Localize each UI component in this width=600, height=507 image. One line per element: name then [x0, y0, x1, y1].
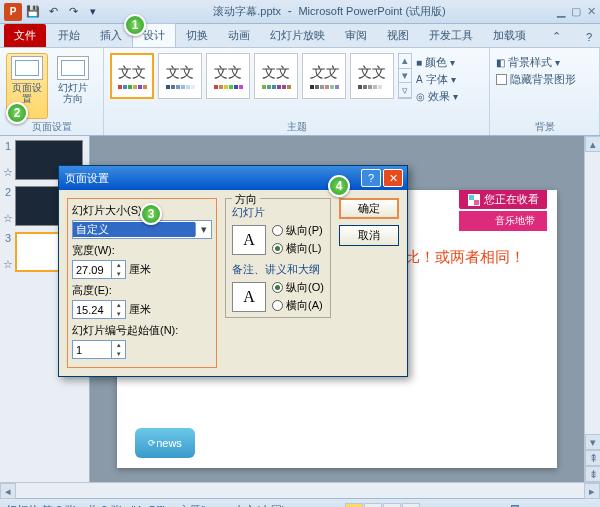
undo-icon[interactable]: ↶: [44, 3, 62, 21]
status-language[interactable]: 中文(中国): [234, 503, 285, 507]
theme-text: 文文: [166, 64, 194, 82]
sorter-view-icon[interactable]: [364, 503, 382, 508]
slides-sublabel: 幻灯片: [232, 205, 324, 220]
badge-top: 您正在收看: [459, 190, 547, 209]
height-spinner[interactable]: 15.24▴▾: [72, 300, 126, 319]
prev-slide-icon[interactable]: ⇞: [585, 450, 600, 466]
width-spinner[interactable]: 27.09▴▾: [72, 260, 126, 279]
tab-animations[interactable]: 动画: [218, 24, 260, 47]
theme-text: 文文: [262, 64, 290, 82]
height-value: 15.24: [73, 304, 111, 316]
window-title: 滚动字幕.pptx - Microsoft PowerPoint (试用版): [102, 4, 557, 19]
start-number-spinner[interactable]: 1▴▾: [72, 340, 126, 359]
spin-up-icon[interactable]: ▴: [112, 341, 125, 350]
dialog-size-section: 幻灯片大小(S): 自定义 ▾ 宽度(W): 27.09▴▾ 厘米 高度(E):…: [67, 198, 217, 368]
minimize-icon[interactable]: ▁: [557, 5, 565, 18]
tutorial-marker-4: 4: [328, 175, 350, 197]
theme-tile-2[interactable]: 文文: [158, 53, 202, 99]
slideshow-view-icon[interactable]: [402, 503, 420, 508]
next-slide-icon[interactable]: ⇟: [585, 466, 600, 482]
qat-dropdown-icon[interactable]: ▾: [84, 3, 102, 21]
direction-legend: 方向: [232, 192, 260, 207]
orientation-preview-icon: A: [232, 282, 266, 312]
combo-dropdown-icon[interactable]: ▾: [195, 223, 211, 236]
theme-text: 文文: [118, 64, 146, 82]
slide-size-value: 自定义: [73, 222, 195, 237]
width-unit: 厘米: [129, 262, 151, 277]
effects-button[interactable]: ◎ 效果 ▾: [416, 89, 458, 104]
dialog-help-icon[interactable]: ?: [361, 169, 381, 187]
tab-home[interactable]: 开始: [48, 24, 90, 47]
badge-bottom: 音乐地带: [459, 211, 547, 231]
notes-landscape-radio[interactable]: 横向(A): [272, 298, 324, 313]
colors-button[interactable]: ■ 颜色 ▾: [416, 55, 458, 70]
spin-down-icon[interactable]: ▾: [112, 350, 125, 359]
horizontal-scrollbar[interactable]: ◂ ▸: [0, 482, 600, 498]
tab-file[interactable]: 文件: [4, 24, 46, 47]
orientation-icon: [57, 56, 89, 80]
scroll-track-h[interactable]: [16, 483, 584, 498]
theme-scroll-up-icon[interactable]: ▴: [399, 54, 411, 69]
app-logo[interactable]: P: [4, 3, 22, 21]
page-setup-icon: [11, 56, 43, 80]
redo-icon[interactable]: ↷: [64, 3, 82, 21]
spin-up-icon[interactable]: ▴: [112, 261, 125, 270]
title-bar: P 💾 ↶ ↷ ▾ 滚动字幕.pptx - Microsoft PowerPoi…: [0, 0, 600, 24]
dialog-close-icon[interactable]: ✕: [383, 169, 403, 187]
theme-tile-5[interactable]: 文文: [302, 53, 346, 99]
close-icon[interactable]: ✕: [587, 5, 596, 18]
scroll-down-icon[interactable]: ▾: [585, 434, 600, 450]
theme-tile-3[interactable]: 文文: [206, 53, 250, 99]
theme-text: 文文: [214, 64, 242, 82]
vertical-scrollbar[interactable]: ▴ ▾ ⇞ ⇟: [584, 136, 600, 482]
ribbon-tabs: 文件 开始 插入 设计 切换 动画 幻灯片放映 审阅 视图 开发工具 加载项 ⌃…: [0, 24, 600, 48]
tutorial-marker-3: 3: [140, 203, 162, 225]
group-label-background: 背景: [490, 120, 599, 134]
spin-down-icon[interactable]: ▾: [112, 270, 125, 279]
slides-landscape-radio[interactable]: 横向(L): [272, 241, 323, 256]
ok-button[interactable]: 确定: [339, 198, 399, 219]
scroll-up-icon[interactable]: ▴: [585, 136, 600, 152]
slides-portrait-radio[interactable]: 纵向(P): [272, 223, 323, 238]
tab-transitions[interactable]: 切换: [176, 24, 218, 47]
scroll-left-icon[interactable]: ◂: [0, 483, 16, 499]
theme-modifiers: ■ 颜色 ▾ A 字体 ▾ ◎ 效果 ▾: [416, 53, 458, 104]
start-number-label: 幻灯片编号起始值(N):: [72, 323, 212, 338]
quick-access-toolbar: P 💾 ↶ ↷ ▾: [4, 3, 102, 21]
theme-tile-4[interactable]: 文文: [254, 53, 298, 99]
reading-view-icon[interactable]: [383, 503, 401, 508]
ribbon-minimize-icon[interactable]: ⌃: [544, 26, 569, 47]
bg-styles-button[interactable]: ◧ 背景样式 ▾: [496, 55, 576, 70]
save-icon[interactable]: 💾: [24, 3, 42, 21]
tab-view[interactable]: 视图: [377, 24, 419, 47]
spin-up-icon[interactable]: ▴: [112, 301, 125, 310]
dialog-direction-section: 方向 幻灯片 A 纵向(P) 横向(L) 备注、讲义和大纲 A 纵向(O) 横向…: [225, 198, 331, 368]
orientation-preview-icon: A: [232, 225, 266, 255]
dialog-titlebar[interactable]: 页面设置 ? ✕: [59, 166, 407, 190]
fonts-button[interactable]: A 字体 ▾: [416, 72, 458, 87]
theme-more-icon[interactable]: ▿: [399, 83, 411, 98]
scroll-track[interactable]: [585, 152, 600, 434]
normal-view-icon[interactable]: [345, 503, 363, 508]
scroll-right-icon[interactable]: ▸: [584, 483, 600, 499]
spin-down-icon[interactable]: ▾: [112, 310, 125, 319]
help-icon[interactable]: ?: [578, 27, 600, 47]
dialog-buttons: 确定 取消: [339, 198, 399, 368]
theme-tile-1[interactable]: 文文: [110, 53, 154, 99]
slide-size-combo[interactable]: 自定义 ▾: [72, 220, 212, 239]
tab-addins[interactable]: 加载项: [483, 24, 536, 47]
notes-sublabel: 备注、讲义和大纲: [232, 262, 324, 277]
theme-tile-6[interactable]: 文文: [350, 53, 394, 99]
tab-slideshow[interactable]: 幻灯片放映: [260, 24, 335, 47]
status-bar: 幻灯片 第 3 张，共 3 张 "4_Office 主题" ✓ 中文(中国) 5…: [0, 498, 600, 507]
theme-text: 文文: [310, 64, 338, 82]
slide-orientation-button[interactable]: 幻灯片方向: [52, 53, 94, 119]
cancel-button[interactable]: 取消: [339, 225, 399, 246]
theme-scroll-down-icon[interactable]: ▾: [399, 69, 411, 84]
notes-portrait-radio[interactable]: 纵向(O): [272, 280, 324, 295]
restore-icon[interactable]: ▢: [571, 5, 581, 18]
hide-bg-checkbox[interactable]: 隐藏背景图形: [496, 72, 576, 87]
tab-review[interactable]: 审阅: [335, 24, 377, 47]
tab-developer[interactable]: 开发工具: [419, 24, 483, 47]
start-value: 1: [73, 344, 111, 356]
